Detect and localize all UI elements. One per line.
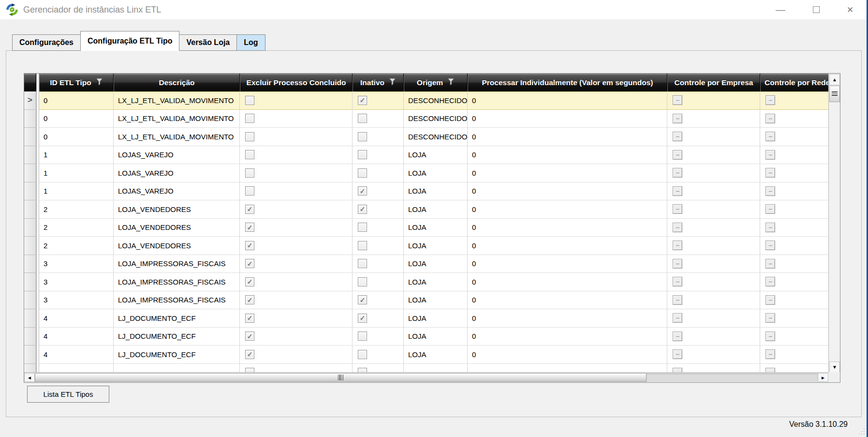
column-header-inativo[interactable]: Inativo <box>353 74 404 91</box>
controle_por_empresa-indeterminate-checkbox[interactable]: − <box>673 313 682 323</box>
table-row[interactable]: 2LOJA_VENDEDORES✓LOJA0−− <box>24 237 828 255</box>
row-selector[interactable]: > <box>24 91 36 110</box>
column-header-controle_por_empresa[interactable]: Controle por Empresa <box>667 74 760 91</box>
vertical-scroll-thumb[interactable] <box>829 86 840 102</box>
excluir-checkbox[interactable]: ✓ <box>245 241 254 250</box>
excluir-checkbox[interactable]: ✓ <box>245 295 254 304</box>
row-selector[interactable] <box>24 291 36 310</box>
tab-versao-loja[interactable]: Versão Loja <box>179 34 236 51</box>
column-header-processar[interactable]: Processar Individualmente (Valor em segu… <box>468 74 667 91</box>
inativo-checkbox[interactable] <box>358 350 367 359</box>
excluir-checkbox[interactable]: ✓ <box>245 332 254 341</box>
row-selector[interactable] <box>24 110 36 128</box>
controle_por_empresa-indeterminate-checkbox[interactable]: − <box>673 150 682 160</box>
filter-funnel-icon[interactable] <box>96 78 103 88</box>
inativo-checkbox[interactable] <box>358 368 367 372</box>
controle_por_empresa-indeterminate-checkbox[interactable]: − <box>673 114 682 123</box>
table-row[interactable]: 2LOJA_VENDEDORES✓✓LOJA0−− <box>24 200 828 219</box>
inativo-checkbox[interactable]: ✓ <box>358 186 367 196</box>
table-row[interactable]: >0LX_LJ_ETL_VALIDA_MOVIMENTO✓DESCONHECID… <box>24 91 828 110</box>
filter-funnel-icon[interactable] <box>447 78 455 88</box>
controle_por_rede-indeterminate-checkbox[interactable]: − <box>765 150 775 160</box>
controle_por_empresa-indeterminate-checkbox[interactable]: − <box>673 204 682 214</box>
inativo-checkbox[interactable] <box>358 259 367 268</box>
row-selector[interactable] <box>24 273 36 291</box>
excluir-checkbox[interactable] <box>245 96 254 105</box>
inativo-checkbox[interactable]: ✓ <box>358 205 367 214</box>
inativo-checkbox[interactable] <box>358 241 367 250</box>
controle_por_rede-indeterminate-checkbox[interactable]: − <box>765 259 775 269</box>
excluir-checkbox[interactable]: ✓ <box>245 277 254 286</box>
controle_por_rede-indeterminate-checkbox[interactable]: − <box>765 114 775 123</box>
controle_por_rede-indeterminate-checkbox[interactable]: − <box>765 223 775 232</box>
inativo-checkbox[interactable] <box>358 168 367 178</box>
table-row[interactable]: 0LX_LJ_ETL_VALIDA_MOVIMENTODESCONHECIDO0… <box>24 110 828 128</box>
lista-etl-tipos-button[interactable]: Lista ETL Tipos <box>27 386 109 403</box>
controle_por_rede-indeterminate-checkbox[interactable]: − <box>765 349 775 359</box>
controle_por_rede-indeterminate-checkbox[interactable]: − <box>765 277 775 286</box>
controle_por_empresa-indeterminate-checkbox[interactable]: − <box>673 368 682 372</box>
minimize-button[interactable]: — <box>769 0 792 19</box>
inativo-checkbox[interactable] <box>358 114 367 123</box>
filter-funnel-icon[interactable] <box>389 78 396 88</box>
controle_por_rede-indeterminate-checkbox[interactable]: − <box>765 241 775 250</box>
controle_por_empresa-indeterminate-checkbox[interactable]: − <box>673 241 682 250</box>
inativo-checkbox[interactable]: ✓ <box>358 314 367 323</box>
row-selector[interactable] <box>24 164 36 182</box>
inativo-checkbox[interactable]: ✓ <box>358 295 367 304</box>
table-row[interactable]: 4LJ_DOCUMENTO_ECF✓LOJA0−− <box>24 346 828 364</box>
controle_por_rede-indeterminate-checkbox[interactable]: − <box>765 295 775 305</box>
maximize-button[interactable] <box>805 0 827 19</box>
row-selector[interactable] <box>24 255 36 273</box>
controle_por_rede-indeterminate-checkbox[interactable]: − <box>765 168 775 178</box>
controle_por_empresa-indeterminate-checkbox[interactable]: − <box>673 259 682 269</box>
inativo-checkbox[interactable] <box>358 132 367 141</box>
tab-configuracoes[interactable]: Configurações <box>12 34 80 51</box>
controle_por_empresa-indeterminate-checkbox[interactable]: − <box>673 132 682 141</box>
inativo-checkbox[interactable] <box>358 332 367 341</box>
row-selector[interactable] <box>24 146 36 165</box>
horizontal-scroll-track[interactable] <box>647 373 818 382</box>
row-selector[interactable] <box>24 182 36 201</box>
inativo-checkbox[interactable] <box>358 277 367 286</box>
table-row[interactable]: 3LOJA_IMPRESSORAS_FISCAIS✓LOJA0−− <box>24 273 828 291</box>
vertical-scrollbar[interactable]: ▲ ▼ <box>828 74 840 373</box>
controle_por_empresa-indeterminate-checkbox[interactable]: − <box>673 349 682 359</box>
column-header-origem[interactable]: Origem <box>404 74 468 91</box>
controle_por_empresa-indeterminate-checkbox[interactable]: − <box>673 277 682 286</box>
excluir-checkbox[interactable]: ✓ <box>245 223 254 232</box>
row-selector[interactable] <box>24 128 36 146</box>
table-row[interactable]: 4LJ_DOCUMENTO_ECF✓✓LOJA0−− <box>24 309 828 328</box>
tab-log[interactable]: Log <box>236 34 265 51</box>
table-row[interactable]: −− <box>24 364 828 373</box>
controle_por_rede-indeterminate-checkbox[interactable]: − <box>765 368 775 372</box>
horizontal-scroll-thumb[interactable] <box>35 373 647 382</box>
excluir-checkbox[interactable]: ✓ <box>245 350 254 359</box>
table-row[interactable]: 4LJ_DOCUMENTO_ECF✓LOJA0−− <box>24 328 828 346</box>
excluir-checkbox[interactable] <box>245 150 254 159</box>
controle_por_rede-indeterminate-checkbox[interactable]: − <box>765 204 775 214</box>
horizontal-scrollbar[interactable]: ◄ ► <box>24 372 828 382</box>
controle_por_rede-indeterminate-checkbox[interactable]: − <box>765 332 775 341</box>
table-row[interactable]: 0LX_LJ_ETL_VALIDA_MOVIMENTODESCONHECIDO0… <box>24 128 828 146</box>
table-row[interactable]: 1LOJAS_VAREJOLOJA0−− <box>24 164 828 182</box>
excluir-checkbox[interactable] <box>245 368 254 372</box>
excluir-checkbox[interactable] <box>245 186 254 196</box>
row-selector[interactable] <box>24 346 36 364</box>
row-selector[interactable] <box>24 364 36 373</box>
select-all-corner[interactable] <box>24 74 36 91</box>
excluir-checkbox[interactable]: ✓ <box>245 205 254 214</box>
scroll-up-button[interactable]: ▲ <box>829 74 840 85</box>
table-row[interactable]: 1LOJAS_VAREJO✓LOJA0−− <box>24 182 828 201</box>
controle_por_empresa-indeterminate-checkbox[interactable]: − <box>673 186 682 196</box>
excluir-checkbox[interactable]: ✓ <box>245 314 254 323</box>
table-row[interactable]: 3LOJA_IMPRESSORAS_FISCAIS✓✓LOJA0−− <box>24 291 828 310</box>
controle_por_empresa-indeterminate-checkbox[interactable]: − <box>673 332 682 341</box>
inativo-checkbox[interactable] <box>358 150 367 159</box>
scroll-left-button[interactable]: ◄ <box>24 373 35 382</box>
excluir-checkbox[interactable] <box>245 114 254 123</box>
controle_por_empresa-indeterminate-checkbox[interactable]: − <box>673 168 682 178</box>
controle_por_rede-indeterminate-checkbox[interactable]: − <box>765 132 775 141</box>
resize-grip-icon[interactable] <box>857 427 865 435</box>
controle_por_empresa-indeterminate-checkbox[interactable]: − <box>673 223 682 232</box>
